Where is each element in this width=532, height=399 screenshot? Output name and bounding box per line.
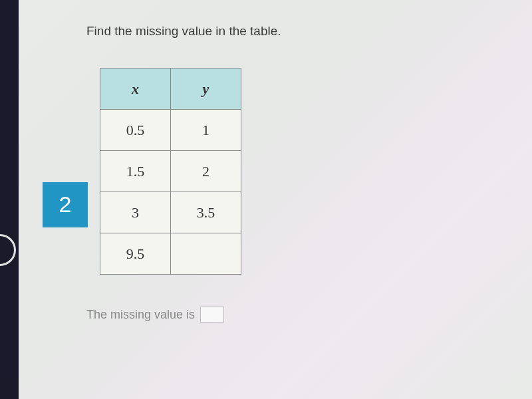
answer-input[interactable] bbox=[200, 307, 224, 323]
cell-x: 3 bbox=[100, 192, 171, 233]
table-row: 1.5 2 bbox=[100, 151, 241, 192]
cell-y: 3.5 bbox=[171, 192, 241, 233]
table-row: 9.5 bbox=[100, 233, 241, 275]
table-row: 3 3.5 bbox=[100, 192, 241, 233]
data-table: x y 0.5 1 1.5 2 3 3.5 9.5 bbox=[100, 68, 241, 275]
answer-prompt-text: The missing value is bbox=[86, 308, 195, 322]
table-header-row: x y bbox=[100, 68, 241, 110]
cell-y-missing bbox=[171, 233, 241, 275]
question-number-badge: 2 bbox=[43, 182, 88, 227]
cell-x: 1.5 bbox=[100, 151, 171, 192]
cell-x: 9.5 bbox=[100, 233, 171, 275]
cell-y: 1 bbox=[171, 110, 241, 151]
table-container: 2 x y 0.5 1 1.5 2 3 3.5 bbox=[86, 68, 532, 275]
column-header-x: x bbox=[100, 68, 171, 110]
cell-y: 2 bbox=[171, 151, 241, 192]
question-content: Find the missing value in the table. 2 x… bbox=[0, 0, 532, 323]
answer-prompt-row: The missing value is bbox=[86, 307, 532, 323]
column-header-y: y bbox=[171, 68, 241, 110]
device-edge bbox=[0, 0, 19, 399]
cell-x: 0.5 bbox=[100, 110, 171, 151]
table-row: 0.5 1 bbox=[100, 110, 241, 151]
instruction-text: Find the missing value in the table. bbox=[86, 24, 532, 39]
